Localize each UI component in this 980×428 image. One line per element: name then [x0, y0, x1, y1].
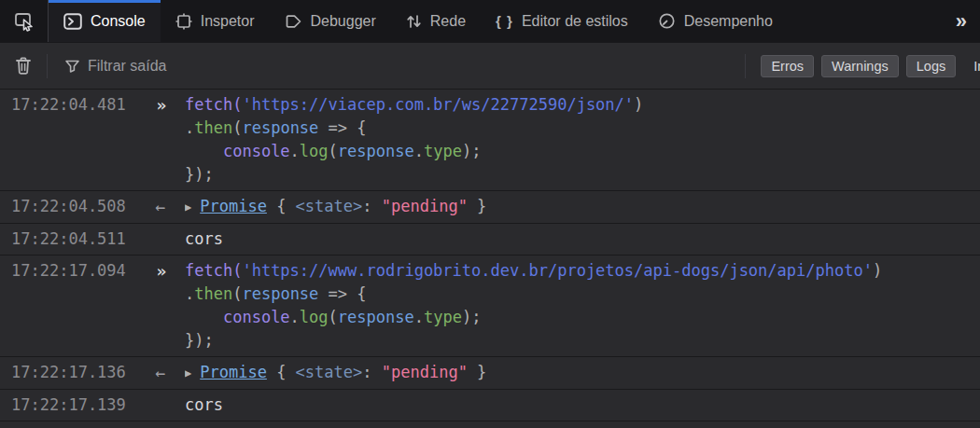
code-token-outstr: "pending"	[382, 197, 468, 215]
message-timestamp: 17:22:04.481	[0, 93, 136, 117]
code-token-fn: console	[223, 308, 290, 326]
more-tools-button[interactable]: »	[943, 0, 980, 42]
code-token-punc: .	[290, 142, 300, 160]
result-arrow-icon: ←	[136, 361, 185, 384]
tab-debugger[interactable]: Debugger	[270, 0, 391, 42]
message-timestamp: 17:22:17.136	[0, 361, 136, 384]
filter-button-info[interactable]: Informações	[963, 55, 980, 77]
code-token-punc: => {	[318, 118, 366, 137]
filter-input-wrap	[48, 58, 745, 75]
code-token-str: 'https://viacep.com.br/ws/22772590/json/…	[242, 95, 634, 114]
console-output: 17:22:04.481»fetch('https://viacep.com.b…	[0, 90, 980, 421]
pick-element-icon	[14, 11, 35, 32]
code-token-prop: log	[300, 308, 329, 326]
performance-icon	[658, 12, 676, 30]
code-token-punc: }	[468, 197, 486, 215]
code-line: console.log(response.type);	[185, 306, 980, 329]
code-line: fetch('https://www.rodrigobrito.dev.br/p…	[185, 259, 980, 283]
console-message-input: 17:22:04.481»fetch('https://viacep.com.b…	[0, 90, 980, 191]
code-token-prop: log	[300, 142, 329, 160]
code-token-slot: <state>	[296, 197, 363, 215]
code-token-punc: .	[414, 308, 424, 326]
tab-performance-label: Desempenho	[684, 13, 773, 30]
log-text: cors	[185, 229, 223, 248]
code-token-punc: :	[362, 197, 381, 215]
filter-button-errors[interactable]: Erros	[761, 55, 814, 77]
code-token-fn: fetch(	[185, 95, 242, 114]
code-token-punc: (	[232, 118, 242, 137]
console-message-result: 17:22:04.508←▶Promise { <state>: "pendin…	[0, 191, 980, 224]
message-content: cors	[185, 228, 980, 251]
code-token-punc: );	[462, 142, 481, 160]
tab-inspector-label: Inspetor	[201, 13, 255, 30]
message-timestamp: 17:22:17.139	[0, 393, 136, 417]
code-token-slot: <state>	[296, 363, 363, 381]
console-message-log: 17:22:04.511cors	[0, 224, 980, 255]
message-timestamp: 17:22:04.511	[0, 228, 136, 251]
inspector-icon	[175, 13, 192, 30]
code-token-punc: });	[185, 331, 214, 350]
code-token-punc: );	[462, 308, 481, 326]
input-chevron-icon: »	[136, 93, 185, 117]
code-token-var: response	[242, 118, 318, 137]
code-token-punc	[185, 142, 223, 160]
code-token-punc: (	[329, 308, 338, 326]
message-content: ▶Promise { <state>: "pending" }	[185, 361, 980, 385]
debugger-icon	[285, 14, 302, 29]
code-line: .then(response => {	[185, 117, 980, 140]
tab-console[interactable]: Console	[49, 0, 161, 42]
message-content: cors	[185, 393, 980, 417]
code-token-prop: then	[194, 284, 232, 303]
tab-network[interactable]: Rede	[391, 0, 481, 42]
tab-console-label: Console	[91, 13, 146, 30]
filter-funnel-icon	[64, 59, 80, 74]
code-token-punc: {	[267, 363, 296, 381]
log-text: cors	[185, 395, 223, 414]
code-token-punc: }	[468, 363, 486, 381]
console-message-log: 17:22:17.139cors	[0, 390, 980, 421]
message-timestamp: 17:22:17.094	[0, 259, 136, 283]
code-token-punc: .	[414, 142, 424, 160]
devtools-tabbar: Console Inspetor Debugger Rede { }	[0, 0, 980, 43]
code-line: console.log(response.type);	[185, 140, 980, 163]
code-token-prop: type	[424, 308, 462, 326]
filter-buttons-group: Erros Warnings Logs Informações	[745, 54, 980, 78]
code-token-punc	[185, 308, 223, 326]
code-token-punc: => {	[318, 284, 366, 303]
network-icon	[406, 13, 422, 30]
code-line: .then(response => {	[185, 283, 980, 306]
trash-icon	[14, 56, 33, 76]
code-token-punc: (	[232, 284, 242, 303]
chevron-double-right-icon: »	[956, 9, 967, 34]
tab-style-editor[interactable]: { } Editor de estilos	[481, 0, 643, 42]
code-line: });	[185, 163, 980, 186]
filter-button-logs[interactable]: Logs	[906, 55, 956, 77]
clear-console-button[interactable]	[0, 56, 47, 76]
code-token-punc: .	[185, 284, 194, 303]
filter-button-warnings[interactable]: Warnings	[821, 55, 899, 77]
disclosure-triangle-icon[interactable]: ▶	[185, 366, 191, 380]
code-token-prop: type	[424, 142, 462, 160]
code-line: });	[185, 329, 980, 352]
console-filterbar: Erros Warnings Logs Informações	[0, 43, 980, 90]
code-token-var: response	[338, 142, 414, 160]
message-timestamp: 17:22:04.508	[0, 195, 136, 218]
filter-buttons-divider	[745, 54, 746, 78]
code-token-punc: )	[634, 95, 643, 114]
code-token-var: response	[242, 284, 318, 303]
pick-element-button[interactable]	[0, 0, 49, 42]
code-line: fetch('https://viacep.com.br/ws/22772590…	[185, 93, 980, 117]
tab-performance[interactable]: Desempenho	[643, 0, 788, 42]
code-token-class: Promise	[200, 363, 267, 381]
code-token-outstr: "pending"	[382, 363, 468, 381]
code-token-class: Promise	[200, 197, 267, 215]
tab-inspector[interactable]: Inspetor	[161, 0, 270, 42]
console-message-input: 17:22:17.094»fetch('https://www.rodrigob…	[0, 255, 980, 357]
tab-style-editor-label: Editor de estilos	[522, 13, 628, 30]
filter-output-input[interactable]	[88, 58, 745, 75]
disclosure-triangle-icon[interactable]: ▶	[185, 200, 191, 214]
message-content: fetch('https://www.rodrigobrito.dev.br/p…	[185, 259, 980, 352]
code-token-punc: )	[873, 261, 882, 280]
code-token-prop: then	[194, 118, 232, 137]
code-token-punc: .	[290, 308, 300, 326]
